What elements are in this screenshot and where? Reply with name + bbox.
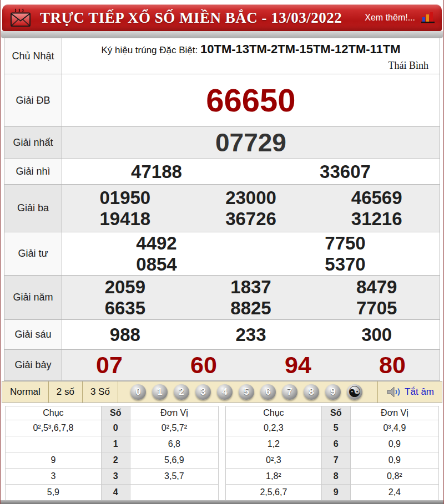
tens-cell: 2,5,6,7 [226,485,322,501]
prize-label: Giải tư [4,232,62,275]
table-row: 1,8² 8 0,8² [226,469,439,485]
digit-cell: 9 [321,485,350,501]
prize-number: 7750 [251,233,440,254]
digit-cell: 0 [101,420,130,436]
digit-cell: 4 [101,485,130,501]
table-row: 1,2 6 0,9 [226,436,439,452]
digit-button-8[interactable]: 8 [304,384,319,400]
tens-cell: 3 [6,469,102,485]
prize-number: 23000 [188,187,314,208]
prize-row-special: Giải ĐB 66650 [4,74,440,126]
digit-button-0[interactable]: 0 [130,384,146,400]
units-cell: 0,9 [350,436,438,452]
prize-number: 07729 [62,128,440,157]
prize-number: 8825 [188,298,314,319]
special-code-value: 10TM-13TM-2TM-15TM-12TM-11TM [200,42,401,56]
prize-row-third: Giải ba 01950 23000 46569 19418 36726 31… [4,184,440,232]
prize-number: 8479 [314,277,440,298]
prize-number: 60 [157,352,251,379]
prize-label: Giải nhì [4,159,62,184]
tens-cell [6,436,102,452]
digit-cell: 1 [101,436,130,452]
col-header-units: Đơn Vị [130,406,218,420]
digit-button-4[interactable]: 4 [217,384,233,400]
envelope-icon [9,8,32,27]
units-cell: 0³,4,9 [350,420,438,436]
digit-cell: 6 [321,436,350,452]
day-label: Chủ Nhật [4,38,62,74]
units-cell: 6,8 [130,436,218,452]
mode-normal[interactable]: Normal [2,381,49,403]
digit-button-9[interactable]: 9 [325,384,341,400]
stats-table-left: Chục Số Đơn Vị 0²,5³,6,7,8 0 0²,5,7² 1 6… [5,406,219,501]
header-bar: TRỰC TIẾP XỔ SỐ MIỀN BẮC - 13/03/2022 Xe… [2,4,442,31]
table-row: 2,5,6,7 9 2,4 [226,485,439,501]
see-more-link[interactable]: Xem thêm!... [365,13,415,23]
prize-label: Giải nhất [4,127,62,159]
prize-number: 6635 [62,298,188,319]
prize-number: 31216 [314,208,440,230]
mode-2-digits[interactable]: 2 số [49,381,83,403]
prize-number: 46569 [314,187,440,208]
prize-row-fifth: Giải năm 2059 1837 8479 6635 8825 7705 [4,275,440,319]
col-header-digit: Số [101,406,130,420]
digit-button-1[interactable]: 1 [152,384,168,400]
prize-label: Giải ba [4,185,62,232]
prize-number: 47188 [62,161,251,182]
units-cell: 0²,5,7² [130,420,218,436]
digit-stats: Chục Số Đơn Vị 0²,5³,6,7,8 0 0²,5,7² 1 6… [5,406,439,501]
prize-number: 1837 [188,277,314,298]
prize-number: 0854 [62,254,251,275]
mute-label: Tắt âm [405,386,434,398]
digit-button-2[interactable]: 2 [174,384,189,400]
prize-label: Giải năm [4,276,62,319]
units-cell: 0,9 [350,452,438,469]
page-title: TRỰC TIẾP XỔ SỐ MIỀN BẮC - 13/03/2022 [40,9,342,27]
digit-cell: 7 [321,452,350,469]
prize-row-first: Giải nhất 07729 [4,126,440,159]
special-code-label: Ký hiệu trúng Đặc Biệt: [101,45,198,55]
digit-button-6[interactable]: 6 [260,384,276,400]
tens-cell: 9 [6,452,102,469]
units-cell: 2,4 [350,485,438,501]
tens-cell: 1,8² [226,469,322,485]
mode-3-digits[interactable]: 3 Số [83,381,118,403]
toolbar: Normal 2 số 3 Số 0 1 2 3 4 5 6 7 8 9 ☯ T [2,381,442,403]
bar-chart-icon[interactable] [421,12,435,24]
table-row: 3 3 3,5,7 [6,469,219,485]
prize-number: 94 [251,352,345,379]
prize-number: 36726 [188,208,314,230]
table-header-row: Chục Số Đơn Vị [6,406,219,420]
digit-cell: 8 [321,469,350,485]
header-divider [1,31,443,38]
prize-label: Giải ĐB [4,74,62,126]
table-row: 0²,3 7 0,9 [226,452,439,469]
province-name: Thái Bình [62,60,440,72]
tens-cell: 5,9 [6,485,102,501]
prize-number: 66650 [62,82,440,119]
col-header-units: Đơn Vị [350,406,438,420]
stats-table-right: Chục Số Đơn Vị 0,2,3 5 0³,4,9 1,2 6 0,9 … [225,406,439,501]
prize-number: 7705 [314,298,440,319]
prize-number: 988 [62,324,188,345]
results-table: Chủ Nhật Ký hiệu trúng Đặc Biệt: 10TM-13… [4,38,440,381]
yin-yang-icon[interactable]: ☯ [347,384,362,400]
prize-label: Giải bảy [4,350,62,380]
special-code-line: Ký hiệu trúng Đặc Biệt: 10TM-13TM-2TM-15… [62,41,440,57]
digit-button-5[interactable]: 5 [239,384,254,400]
table-row: 0²,5³,6,7,8 0 0²,5,7² [6,420,219,436]
digit-button-3[interactable]: 3 [195,384,211,400]
table-row: 1 6,8 [6,436,219,452]
prize-row-seventh: Giải bảy 07 60 94 80 [4,349,440,380]
col-header-tens: Chục [226,406,322,420]
prize-row-second: Giải nhì 47188 33607 [4,159,440,184]
mute-button[interactable]: Tắt âm [377,381,442,403]
digit-button-7[interactable]: 7 [282,384,297,400]
prize-number: 19418 [62,208,188,230]
digit-cell: 2 [101,452,130,469]
prize-number: 07 [62,352,157,379]
units-cell: 5,6,9 [130,452,218,469]
units-cell: 0,8² [350,469,438,485]
units-cell: 3,5,7 [130,469,218,485]
prize-row-fourth: Giải tư 4492 7750 0854 5370 [4,232,440,275]
